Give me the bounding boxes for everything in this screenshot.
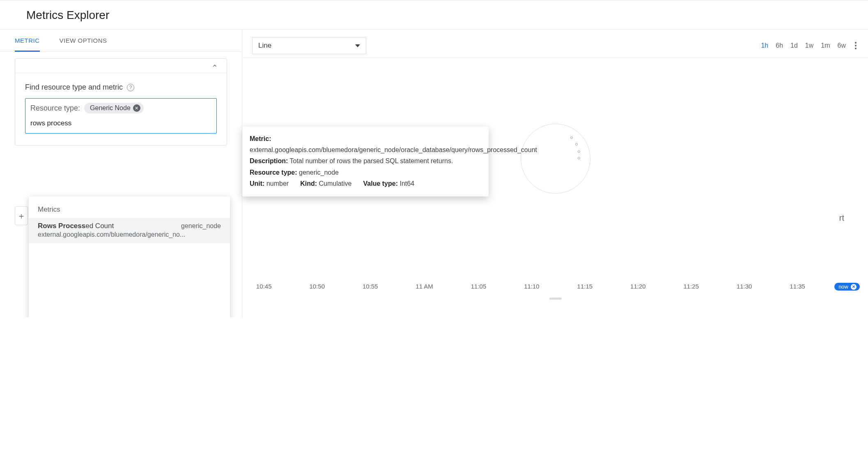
chart-placeholder-icon xyxy=(521,124,590,194)
x-tick: 11 AM xyxy=(416,283,433,290)
close-icon[interactable]: ✕ xyxy=(133,104,140,112)
tabs: METRIC VIEW OPTIONS xyxy=(0,30,242,52)
tab-view-options[interactable]: VIEW OPTIONS xyxy=(60,30,107,52)
resource-type-label: Resource type: xyxy=(30,104,80,113)
left-panel: METRIC VIEW OPTIONS Find resource type a… xyxy=(0,30,242,317)
tooltip-unit-label: Unit: xyxy=(250,180,264,187)
time-range-6h[interactable]: 6h xyxy=(776,42,783,49)
caret-down-icon xyxy=(355,44,360,47)
time-range-1m[interactable]: 1m xyxy=(821,42,830,49)
find-metric-label: Find resource type and metric xyxy=(25,83,123,92)
tooltip-value-type-label: Value type: xyxy=(363,180,398,187)
time-range-1w[interactable]: 1w xyxy=(805,42,813,49)
metric-detail-tooltip: Metric: external.googleapis.com/bluemedo… xyxy=(242,127,489,196)
x-tick: 11:20 xyxy=(630,283,646,290)
chart-panel: Line 1h 6h 1d 1w 1m 6w xyxy=(242,30,868,313)
tooltip-kind-value: Cumulative xyxy=(319,180,351,187)
tooltip-kind-label: Kind: xyxy=(300,180,317,187)
resource-type-chip-text: Generic Node xyxy=(90,104,131,112)
dropdown-item-rows-processed[interactable]: Rows Processed Count generic_node extern… xyxy=(29,218,230,243)
add-metric-button[interactable]: ＋ xyxy=(15,206,28,225)
chart-type-select[interactable]: Line xyxy=(252,37,366,54)
tooltip-value-type-value: Int64 xyxy=(400,180,414,187)
tooltip-resource-type-label: Resource type: xyxy=(250,169,297,176)
metric-autocomplete-dropdown: Metrics Rows Processed Count generic_nod… xyxy=(29,196,230,317)
x-tick: 11:25 xyxy=(683,283,699,290)
x-tick: 11:10 xyxy=(524,283,540,290)
time-range-6w[interactable]: 6w xyxy=(838,42,846,49)
dropdown-item-resource: generic_node xyxy=(181,222,221,230)
time-range-1h[interactable]: 1h xyxy=(761,42,768,49)
x-tick: 10:55 xyxy=(363,283,378,290)
x-tick: 10:45 xyxy=(256,283,272,290)
time-range-1d[interactable]: 1d xyxy=(790,42,798,49)
dropdown-item-subtitle: external.googleapis.com/bluemedora/gener… xyxy=(38,231,221,238)
tooltip-resource-type-value: generic_node xyxy=(299,169,339,176)
more-options-button[interactable] xyxy=(853,40,858,51)
metric-card: Find resource type and metric ? Resource… xyxy=(15,58,227,145)
tooltip-metric-label: Metric: xyxy=(250,135,271,142)
chart-placeholder-text-fragment: rt xyxy=(839,213,844,223)
chart-type-value: Line xyxy=(258,42,271,50)
tooltip-description-label: Description: xyxy=(250,157,288,164)
metric-search-box[interactable]: Resource type: Generic Node ✕ xyxy=(25,98,217,134)
title-bar: Metrics Explorer xyxy=(0,0,868,30)
x-tick: 10:50 xyxy=(309,283,325,290)
help-icon[interactable]: ? xyxy=(127,84,134,91)
x-tick: 11:15 xyxy=(577,283,593,290)
tooltip-unit-value: number xyxy=(266,180,289,187)
chevron-up-icon[interactable] xyxy=(211,62,218,69)
dropdown-section-heading: Metrics xyxy=(29,202,230,218)
tooltip-metric-value: external.googleapis.com/bluemedora/gener… xyxy=(250,146,537,153)
close-icon[interactable]: ✕ xyxy=(851,284,857,290)
dropdown-item-title: Rows Processed Count xyxy=(38,222,114,230)
plus-icon: ＋ xyxy=(17,210,25,222)
tab-metric[interactable]: METRIC xyxy=(15,30,40,52)
page-title: Metrics Explorer xyxy=(26,9,857,22)
chart-x-axis: 10:45 10:50 10:55 11 AM 11:05 11:10 11:1… xyxy=(256,283,855,290)
now-label: now xyxy=(838,284,848,290)
resource-type-chip[interactable]: Generic Node ✕ xyxy=(84,103,144,113)
x-tick: 11:05 xyxy=(471,283,487,290)
tooltip-description-value: Total number of rows the parsed SQL stat… xyxy=(290,157,453,164)
x-tick: 11:35 xyxy=(790,283,805,290)
time-now-pill[interactable]: now ✕ xyxy=(834,283,860,291)
metric-search-input[interactable] xyxy=(30,118,211,128)
resize-handle[interactable] xyxy=(549,298,562,300)
x-tick: 11:30 xyxy=(737,283,752,290)
